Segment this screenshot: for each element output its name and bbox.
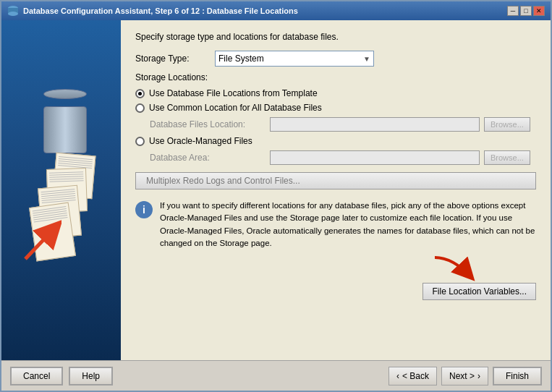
browse-2-button: Browse... [484, 150, 530, 165]
db-files-label: Database Files Location: [150, 119, 266, 129]
radio-3-label: Use Oracle-Managed Files [149, 136, 252, 146]
db-files-input [270, 117, 480, 132]
browse-1-button: Browse... [484, 117, 530, 132]
radio-1-circle[interactable] [135, 89, 145, 98]
bottom-left-buttons: Cancel Help [10, 367, 113, 385]
radio-2-circle[interactable] [135, 103, 145, 113]
illustration-panel [1, 20, 121, 360]
radio-1-label: Use Database File Locations from Templat… [149, 88, 318, 98]
close-button[interactable]: ✕ [533, 6, 545, 16]
svg-point-2 [8, 12, 18, 16]
step-description: Specify storage type and locations for d… [135, 32, 536, 42]
info-icon: i [135, 201, 153, 218]
bottom-bar: Cancel Help ‹ < Back Next > › Finish [1, 360, 551, 391]
radio-option-1[interactable]: Use Database File Locations from Templat… [135, 88, 536, 98]
bottom-right-buttons: ‹ < Back Next > › Finish [388, 367, 542, 385]
minimize-button[interactable]: ─ [507, 6, 519, 16]
window-title: Database Configuration Assistant, Step 6… [23, 7, 298, 15]
db-cylinder [43, 89, 87, 147]
red-arrow-icon [431, 254, 482, 283]
illustration-arrow [18, 219, 61, 263]
content-area: Specify storage type and locations for d… [1, 20, 551, 360]
titlebar: Database Configuration Assistant, Step 6… [1, 1, 551, 20]
info-text: If you want to specify different locatio… [160, 200, 536, 250]
window-controls: ─ □ ✕ [507, 6, 545, 16]
right-panel: Specify storage type and locations for d… [121, 20, 551, 360]
file-location-variables-button[interactable]: File Location Variables... [423, 283, 536, 300]
main-window: Database Configuration Assistant, Step 6… [0, 0, 552, 392]
radio-option-3[interactable]: Use Oracle-Managed Files [135, 136, 536, 146]
finish-button[interactable]: Finish [493, 367, 542, 385]
storage-type-label: Storage Type: [135, 54, 215, 64]
info-box: i If you want to specify different locat… [135, 200, 536, 250]
storage-type-row: Storage Type: File System ▼ [135, 51, 536, 67]
db-area-input [270, 150, 480, 165]
radio-2-label: Use Common Location for All Database Fil… [149, 103, 322, 113]
maximize-button[interactable]: □ [520, 6, 532, 16]
cylinder-body [43, 106, 87, 153]
radio-option-2[interactable]: Use Common Location for All Database Fil… [135, 103, 536, 113]
storage-type-value: File System [218, 54, 264, 64]
storage-locations-label: Storage Locations: [135, 72, 536, 82]
file-location-area: File Location Variables... [423, 254, 536, 300]
app-icon [7, 5, 19, 17]
help-button[interactable]: Help [69, 367, 113, 385]
next-chevron-icon: › [477, 371, 480, 381]
titlebar-left: Database Configuration Assistant, Step 6… [7, 5, 298, 17]
next-button[interactable]: Next > › [441, 367, 488, 385]
svg-line-3 [25, 230, 53, 259]
storage-type-select[interactable]: File System ▼ [215, 51, 374, 67]
back-button[interactable]: ‹ < Back [388, 367, 437, 385]
back-chevron-icon: ‹ [396, 371, 399, 381]
illustration [14, 74, 109, 306]
db-area-label: Database Area: [150, 153, 266, 163]
cancel-button[interactable]: Cancel [10, 367, 63, 385]
db-area-row: Database Area: Browse... [150, 150, 536, 165]
cylinder-top [43, 89, 87, 99]
db-files-location-row: Database Files Location: Browse... [150, 117, 536, 132]
multiplex-button[interactable]: Multiplex Redo Logs and Control Files... [135, 172, 536, 189]
dropdown-arrow-icon: ▼ [363, 55, 370, 63]
radio-3-circle[interactable] [135, 137, 145, 146]
